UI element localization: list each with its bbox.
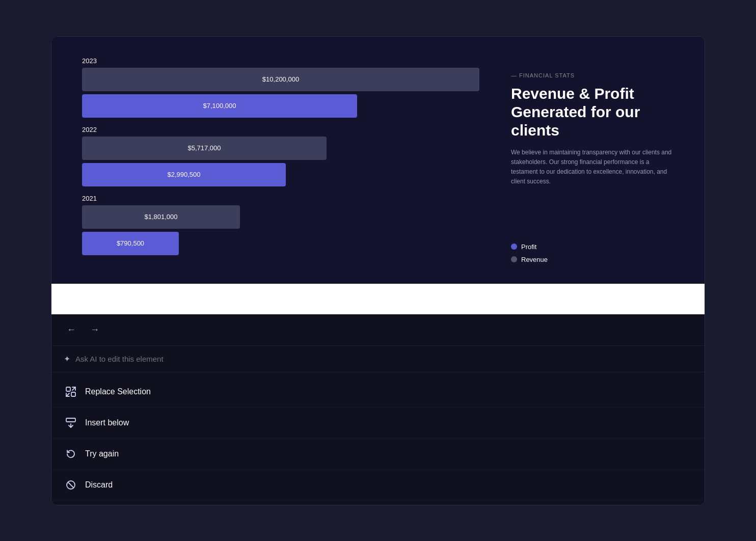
year-label-2022: 2022 xyxy=(82,126,480,133)
main-container: 2023 $10,200,000 $7,100,000 2022 $5,717,… xyxy=(51,36,705,505)
legend-item-revenue: Revenue xyxy=(511,256,674,263)
discard-item[interactable]: Discard xyxy=(51,470,705,501)
svg-rect-1 xyxy=(71,392,75,396)
insert-below-item[interactable]: Insert below xyxy=(51,408,705,439)
try-again-label: Try again xyxy=(85,449,119,458)
year-label-2023: 2023 xyxy=(82,57,480,65)
legend-label-profit: Profit xyxy=(521,243,536,251)
stats-title: Revenue & Profit Generated for our clien… xyxy=(511,85,674,140)
chart-section: 2023 $10,200,000 $7,100,000 2022 $5,717,… xyxy=(51,37,705,284)
ai-sparkle-icon: ✦ xyxy=(64,354,70,364)
try-again-item[interactable]: Try again xyxy=(51,439,705,470)
insert-below-icon xyxy=(64,416,78,430)
insert-below-label: Insert below xyxy=(85,418,129,427)
legend-label-revenue: Revenue xyxy=(521,256,548,263)
bar-row-revenue-2022: $5,717,000 xyxy=(82,137,480,160)
ai-input[interactable] xyxy=(75,355,692,363)
nav-forward-button[interactable]: → xyxy=(87,322,102,337)
white-strip xyxy=(51,284,705,314)
bar-profit-2021: $790,500 xyxy=(82,232,179,255)
bar-profit-2022: $2,990,500 xyxy=(82,163,286,186)
ai-controls: ← → ✦ Replace S xyxy=(51,314,705,505)
right-panel: — FINANCIAL STATS Revenue & Profit Gener… xyxy=(511,57,684,284)
year-group-2023: 2023 $10,200,000 $7,100,000 xyxy=(82,57,480,121)
legend-item-profit: Profit xyxy=(511,243,674,251)
legend-dot-profit xyxy=(511,244,517,250)
year-group-2022: 2022 $5,717,000 $2,990,500 xyxy=(82,126,480,190)
legend-dot-revenue xyxy=(511,256,517,262)
bar-row-profit-2021: $790,500 xyxy=(82,232,480,255)
try-again-icon xyxy=(64,447,78,461)
replace-selection-item[interactable]: Replace Selection xyxy=(51,376,705,408)
svg-rect-2 xyxy=(66,418,75,422)
year-group-2021: 2021 $1,801,000 $790,500 xyxy=(82,195,480,258)
bar-row-profit-2022: $2,990,500 xyxy=(82,163,480,186)
bar-row-revenue-2021: $1,801,000 xyxy=(82,205,480,229)
discard-label: Discard xyxy=(85,480,113,490)
replace-icon xyxy=(64,385,78,399)
discard-icon xyxy=(64,478,78,492)
chart-area: 2023 $10,200,000 $7,100,000 2022 $5,717,… xyxy=(82,57,480,284)
bar-profit-2023: $7,100,000 xyxy=(82,94,357,118)
nav-back-button[interactable]: ← xyxy=(64,322,79,337)
svg-line-5 xyxy=(68,482,73,488)
stats-desc: We believe in maintaining transparency w… xyxy=(511,148,674,187)
year-label-2021: 2021 xyxy=(82,195,480,202)
svg-rect-0 xyxy=(66,387,70,391)
bar-revenue-2021: $1,801,000 xyxy=(82,205,240,229)
nav-row: ← → xyxy=(51,314,705,346)
legend: Profit Revenue xyxy=(511,243,674,268)
bar-row-profit-2023: $7,100,000 xyxy=(82,94,480,118)
replace-selection-label: Replace Selection xyxy=(85,387,151,396)
action-list: Replace Selection Insert below xyxy=(51,372,705,505)
bar-row-revenue-2023: $10,200,000 xyxy=(82,68,480,91)
ai-input-row: ✦ xyxy=(51,346,705,372)
bar-revenue-2022: $5,717,000 xyxy=(82,137,327,160)
stats-label: — FINANCIAL STATS xyxy=(511,72,674,78)
bar-revenue-2023: $10,200,000 xyxy=(82,68,479,91)
